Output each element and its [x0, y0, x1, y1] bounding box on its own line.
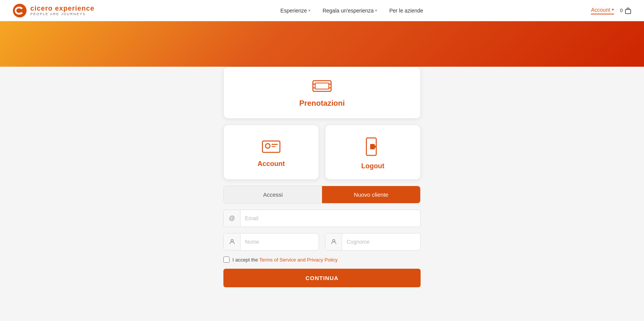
logout-icon [365, 137, 381, 156]
svg-point-15 [231, 240, 233, 242]
nav-account-label: Account [591, 7, 610, 13]
logout-card[interactable]: Logout [325, 125, 421, 180]
nome-cognome-row [223, 233, 421, 251]
brand-name: cicero experience [30, 5, 94, 13]
form-section: @ [223, 210, 421, 287]
nav-esperienze-label: Esperienze [280, 8, 307, 14]
terms-checkbox[interactable] [223, 257, 229, 263]
navbar: cicero experience PEOPLE ARE JOURNEYS Es… [0, 0, 644, 21]
chevron-down-icon: ▾ [612, 7, 614, 12]
brand-tagline: PEOPLE ARE JOURNEYS [30, 12, 94, 16]
tab-nuovo-cliente[interactable]: Nuovo cliente [322, 186, 420, 203]
svg-rect-8 [262, 141, 280, 152]
cognome-input-wrapper [325, 233, 421, 251]
logout-card-label: Logout [361, 162, 385, 170]
svg-point-9 [265, 144, 270, 148]
chevron-down-icon: ▾ [375, 8, 377, 13]
navbar-nav: Esperienze ▾ Regala un'esperienza ▾ Per … [113, 8, 591, 14]
prenotazioni-label: Prenotazioni [299, 99, 345, 108]
account-card-icon [262, 139, 281, 154]
brand-text: cicero experience PEOPLE ARE JOURNEYS [30, 5, 94, 16]
nav-aziende-label: Per le aziende [389, 8, 423, 14]
cards-row: Account Logout [223, 125, 421, 180]
nav-cart[interactable]: 0 [620, 7, 632, 14]
svg-rect-1 [625, 9, 631, 14]
prenotazioni-card[interactable]: Prenotazioni [223, 67, 421, 119]
svg-rect-14 [370, 144, 375, 149]
tabs-row: Accessi Nuovo cliente [223, 186, 421, 204]
main-content: Prenotazioni Account [0, 67, 644, 310]
chevron-down-icon: ▾ [308, 8, 310, 13]
card-container: Prenotazioni Account [223, 67, 421, 287]
brand-logo-icon [12, 3, 27, 18]
terms-row: I accept the Terms of Service and Privac… [223, 257, 421, 263]
shopping-bag-icon [624, 7, 632, 14]
nav-aziende[interactable]: Per le aziende [389, 8, 423, 14]
nav-esperienze[interactable]: Esperienze ▾ [280, 8, 310, 14]
ticket-icon [312, 79, 332, 93]
cart-count: 0 [620, 8, 623, 13]
nav-account[interactable]: Account ▾ [591, 7, 614, 14]
terms-link[interactable]: Terms of Service and Privacy Policy [259, 257, 338, 263]
navbar-right: Account ▾ 0 [591, 7, 632, 14]
terms-prefix: I accept the [232, 257, 259, 263]
person-icon [224, 233, 240, 250]
nav-regala[interactable]: Regala un'esperienza ▾ [322, 8, 377, 14]
svg-rect-3 [315, 83, 329, 89]
email-input[interactable] [240, 210, 420, 227]
continua-button[interactable]: CONTINUA [223, 269, 421, 287]
tab-accessi[interactable]: Accessi [224, 186, 322, 203]
email-icon: @ [224, 210, 240, 227]
person2-icon [325, 233, 342, 250]
terms-label[interactable]: I accept the Terms of Service and Privac… [232, 257, 338, 263]
nav-regala-label: Regala un'esperienza [322, 8, 374, 14]
nome-input[interactable] [240, 233, 319, 250]
cognome-input[interactable] [342, 233, 420, 250]
svg-rect-2 [313, 81, 331, 91]
svg-point-16 [333, 240, 335, 242]
email-input-wrapper: @ [223, 210, 421, 227]
account-card[interactable]: Account [223, 125, 319, 180]
brand-logo-link[interactable]: cicero experience PEOPLE ARE JOURNEYS [12, 3, 94, 18]
account-card-label: Account [258, 160, 285, 168]
nome-input-wrapper [223, 233, 319, 251]
